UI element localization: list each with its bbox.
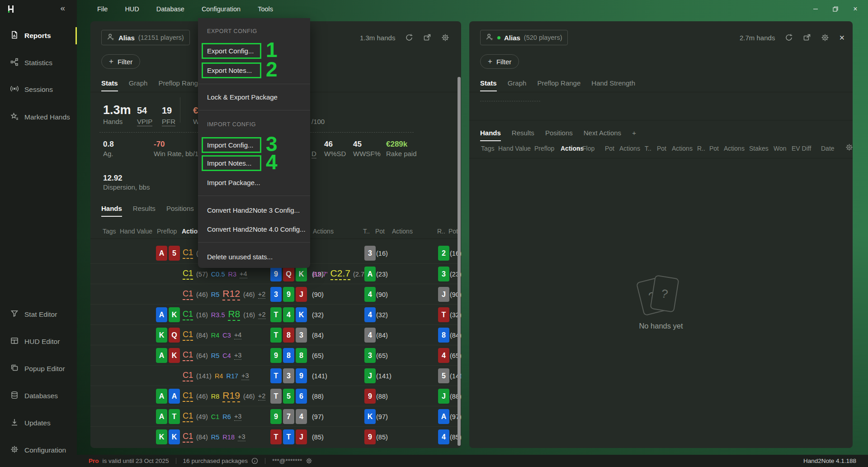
gear-icon[interactable] [821,33,829,42]
menubar-item-tools[interactable]: Tools [249,0,282,18]
scrollbar-thumb[interactable] [458,77,461,446]
account-gear-icon[interactable] [306,457,312,464]
info-icon[interactable] [251,457,258,464]
menu-item-convert-hand2note-4-0-config[interactable]: Convert Hand2Note 4.0 Config... [198,223,310,236]
sidebar-item-stat-editor[interactable]: Stat Editor [0,305,77,324]
menubar-item-hud[interactable]: HUD [116,0,147,18]
column-header-tags[interactable]: Tags [481,145,495,152]
pot-label: (85) [376,434,388,441]
table-row[interactable]: C1(141)R4R17+3T39(141)J(141)5(141) [90,365,461,386]
packages-text[interactable]: 16 purchased packages [183,457,248,464]
maximize-button[interactable] [826,0,845,18]
table-row[interactable]: AAC1(46)R8R19(46)+2T56(88)9(88)J(88) [90,386,461,406]
right-table-tab-add[interactable]: + [632,129,636,141]
menu-item-export-notes-box[interactable]: Export Notes... [202,62,261,78]
sidebar-item-popup-editor[interactable]: Popup Editor [0,359,77,379]
menubar-item-file[interactable]: File [89,0,116,18]
column-header-t[interactable]: T.. [363,228,370,235]
menu-item-convert-hand2note-3-config[interactable]: Convert Hand2Note 3 Config... [198,204,310,217]
turn-card: K [364,406,376,427]
menu-item-export-config-box[interactable]: Export Config... [202,43,261,59]
columns-gear-icon[interactable] [845,143,853,151]
right-table-tab-positions[interactable]: Positions [545,129,573,141]
table-row[interactable]: C1(46)R5R12(46)+239J(90)4(90)J(90) [90,284,461,304]
refresh-icon[interactable] [785,33,793,42]
menu-item-import-package[interactable]: Import Package... [198,176,310,190]
river-card: J [438,284,449,305]
gear-icon[interactable] [441,33,449,42]
right-table-tab-hands[interactable]: Hands [480,129,501,141]
column-header-pot[interactable]: Pot [605,145,614,152]
stat-label[interactable]: VPIP [137,118,152,126]
left-table-tab-positions[interactable]: Positions [166,205,194,217]
column-header-stakes[interactable]: Stakes [749,145,769,152]
sidebar-item-databases[interactable]: Databases [0,386,77,406]
sidebar-item-sessions[interactable]: Sessions [0,80,77,100]
column-header-actions[interactable]: Actions [619,145,640,152]
column-header-preflop[interactable]: Preflop [157,228,177,235]
sidebar-collapse-button[interactable]: « [60,3,65,13]
menu-item-import-notes-box[interactable]: Import Notes... [202,155,261,171]
sidebar-item-marked-hands[interactable]: Marked Hands [0,107,77,127]
column-header-pot[interactable]: Pot [375,228,385,235]
column-header-r[interactable]: R.. [437,228,445,235]
column-header-pot[interactable]: Pot [709,145,719,152]
column-header-actions[interactable]: Actions [392,228,413,235]
table-row[interactable]: ATC1(49)C1R6+3974(97)K(97)A(97) [90,406,461,426]
filter-button-left[interactable]: + Filter [101,54,140,69]
menubar-item-configuration[interactable]: Configuration [193,0,249,18]
left-table-tab-results[interactable]: Results [133,205,156,217]
right-table-tab-results[interactable]: Results [512,129,534,141]
column-header-actions[interactable]: Actions [724,145,745,152]
menubar-item-database[interactable]: Database [148,0,193,18]
right-table-tab-next-actions[interactable]: Next Actions [584,129,621,141]
action-label: C1 [183,289,193,300]
table-row[interactable]: KKC1(84)R5R18+3TTJ(85)9(85)4(85) [90,426,461,447]
right-tab-hand-strength[interactable]: Hand Strength [591,79,635,91]
alias-chip-right[interactable]: # Alias (520 players) [480,30,568,45]
column-header-actions[interactable]: Actions [672,145,693,152]
right-tab-preflop-range[interactable]: Preflop Range [537,79,580,91]
alias-chip-left[interactable]: # Alias (12151 players) [101,30,190,45]
column-header-actions[interactable]: Actions [313,228,334,235]
popout-icon[interactable] [423,33,431,42]
left-table-tab-hands[interactable]: Hands [101,205,122,217]
column-header-hand-value[interactable]: Hand Value [498,145,531,152]
column-header-tags[interactable]: Tags [103,228,116,235]
stat-label[interactable]: D [311,150,316,158]
left-tab-stats[interactable]: Stats [101,79,118,91]
refresh-icon[interactable] [405,33,413,42]
sidebar-item-statistics[interactable]: Statistics [0,53,77,73]
sidebar-item-updates[interactable]: Updates [0,413,77,433]
sidebar-item-reports[interactable]: Reports [0,26,77,46]
close-panel-icon[interactable]: × [839,33,844,42]
popout-icon[interactable] [803,33,811,42]
menu-item-delete-unused-stats[interactable]: Delete unused stats... [198,250,310,264]
sidebar-item-hud-editor[interactable]: HUD Editor [0,332,77,352]
column-header-t[interactable]: T.. [645,145,651,152]
menu-item-lock-export-package[interactable]: Lock & Export Package [198,91,310,104]
close-button[interactable]: × [845,0,865,18]
left-tab-graph[interactable]: Graph [129,79,148,91]
column-header-pot[interactable]: Pot [448,228,458,235]
stat-label[interactable]: PFR [162,118,175,126]
sidebar-item-configuration[interactable]: Configuration [0,440,77,460]
right-tab-graph[interactable]: Graph [508,79,527,91]
filter-button-right[interactable]: + Filter [480,54,519,69]
action-label: C4 [222,352,231,359]
column-header-r[interactable]: R.. [697,145,705,152]
column-header-won[interactable]: Won [774,145,787,152]
table-row[interactable]: KQC1(84)R4C3+4T83(84)4(84)8(84) [90,324,461,345]
column-header-preflop[interactable]: Preflop [534,145,554,152]
menu-item-import-config-box[interactable]: Import Config... [202,137,261,153]
minimize-button[interactable] [806,0,826,18]
column-header-ev-diff[interactable]: EV Diff [792,145,811,152]
column-header-pot[interactable]: Pot [657,145,666,152]
left-tab-preflop-range[interactable]: Preflop Range [158,79,202,91]
column-header-date[interactable]: Date [821,145,835,152]
column-header-flop[interactable]: Flop [582,145,594,152]
right-tab-stats[interactable]: Stats [480,79,497,91]
table-row[interactable]: AKC1(64)R5C4+3988(65)3(65)4(65) [90,345,461,365]
column-header-hand-value[interactable]: Hand Value [120,228,152,235]
table-row[interactable]: AKC1(16)R3.5R8(16)+2T4K(32)4(32)T(32) [90,304,461,324]
